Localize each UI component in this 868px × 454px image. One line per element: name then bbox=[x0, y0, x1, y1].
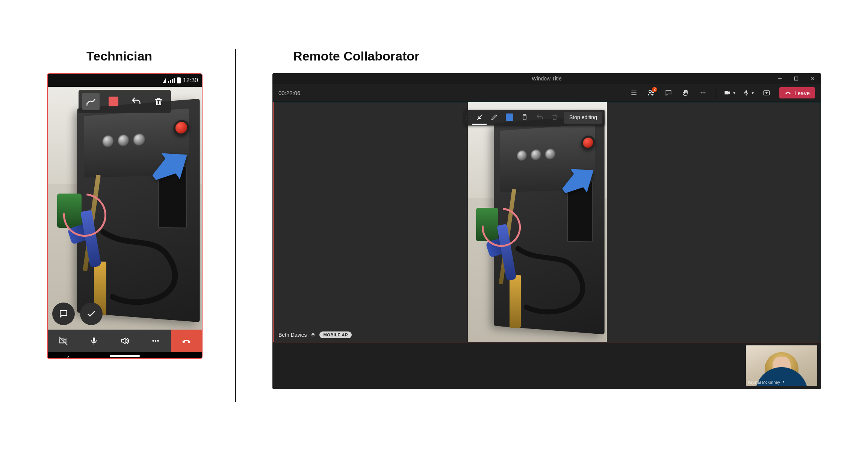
color-picker-button[interactable] bbox=[502, 110, 517, 125]
maximize-button[interactable] bbox=[788, 73, 804, 84]
mic-icon bbox=[782, 380, 785, 384]
people-badge: 2 bbox=[652, 87, 657, 92]
arrow-tool-button[interactable] bbox=[472, 110, 487, 125]
video-toggle-button[interactable] bbox=[48, 330, 79, 352]
battery-icon bbox=[177, 77, 181, 83]
self-video-pip[interactable]: Krystal McKinney bbox=[746, 345, 817, 386]
undo-icon bbox=[131, 96, 141, 107]
raise-hand-button[interactable] bbox=[679, 86, 693, 100]
delete-button[interactable] bbox=[150, 93, 167, 110]
chat-icon bbox=[59, 309, 68, 319]
chat-button[interactable] bbox=[662, 86, 675, 100]
more-actions-button[interactable] bbox=[696, 86, 710, 100]
color-swatch bbox=[506, 114, 513, 121]
undo-button[interactable] bbox=[127, 93, 145, 110]
leave-button[interactable]: Leave bbox=[779, 87, 815, 98]
camera-icon bbox=[724, 89, 731, 97]
mic-icon bbox=[89, 336, 98, 345]
confirm-fab[interactable] bbox=[80, 303, 103, 325]
participants-button[interactable] bbox=[627, 86, 641, 100]
camera-toggle-button[interactable]: ▼ bbox=[722, 86, 738, 100]
presenter-caption: Beth Davies MOBILE AR bbox=[278, 331, 352, 338]
fab-row bbox=[52, 303, 103, 325]
meeting-controls: 2 ▼ ▼ Le bbox=[627, 86, 815, 100]
wifi-icon bbox=[163, 78, 166, 83]
window-title: Window Title bbox=[532, 76, 561, 82]
speaker-icon bbox=[120, 336, 130, 346]
svg-rect-23 bbox=[783, 381, 784, 383]
svg-rect-2 bbox=[93, 337, 95, 342]
people-button[interactable]: 2 bbox=[644, 86, 658, 100]
meeting-stage: ⋮⋮ Stop editing Beth Davies MOBILE AR bbox=[272, 102, 821, 342]
minimize-button[interactable] bbox=[771, 73, 788, 84]
arrow-tool-icon bbox=[476, 114, 483, 121]
color-swatch-button[interactable] bbox=[105, 93, 122, 110]
trash-icon bbox=[551, 114, 558, 121]
pen-tool-button[interactable] bbox=[487, 110, 502, 125]
pen-icon bbox=[86, 96, 96, 107]
shared-remote-view[interactable] bbox=[468, 102, 607, 342]
mobile-ar-chip: MOBILE AR bbox=[319, 331, 352, 338]
svg-point-4 bbox=[155, 340, 156, 342]
svg-rect-7 bbox=[795, 77, 798, 80]
phone-camera-view[interactable] bbox=[48, 87, 202, 330]
svg-point-15 bbox=[705, 92, 706, 94]
svg-marker-18 bbox=[555, 159, 602, 203]
chat-fab[interactable] bbox=[52, 303, 75, 325]
svg-point-5 bbox=[157, 340, 159, 342]
maximize-icon bbox=[794, 76, 798, 81]
separator bbox=[716, 88, 716, 98]
svg-point-3 bbox=[152, 340, 154, 342]
android-navbar: ‹ bbox=[48, 352, 202, 359]
pen-tool-button[interactable] bbox=[82, 93, 100, 110]
presenter-name: Beth Davies bbox=[278, 332, 307, 338]
svg-point-11 bbox=[649, 90, 651, 92]
hangup-icon bbox=[785, 89, 791, 96]
camera-scene bbox=[48, 87, 202, 330]
svg-point-1 bbox=[86, 104, 88, 106]
phone-frame: 12:30 bbox=[47, 73, 203, 359]
pip-name: Krystal McKinney bbox=[748, 380, 780, 384]
mic-icon bbox=[743, 89, 750, 96]
desktop-window: Window Title 00:22:06 2 bbox=[272, 73, 821, 389]
leave-label: Leave bbox=[794, 90, 810, 96]
stop-editing-button[interactable]: Stop editing bbox=[564, 112, 602, 124]
speaker-button[interactable] bbox=[109, 330, 140, 352]
chevron-down-icon: ▼ bbox=[751, 91, 755, 95]
close-icon bbox=[811, 76, 815, 81]
mic-toggle-button[interactable]: ▼ bbox=[741, 86, 756, 100]
close-button[interactable] bbox=[804, 73, 821, 84]
color-swatch bbox=[109, 97, 118, 106]
svg-point-19 bbox=[477, 119, 478, 120]
window-titlebar[interactable]: Window Title bbox=[272, 73, 821, 84]
check-icon bbox=[86, 309, 97, 319]
chat-icon bbox=[665, 89, 672, 97]
participants-icon bbox=[630, 89, 638, 97]
video-off-icon bbox=[58, 336, 68, 346]
clipboard-icon bbox=[521, 114, 528, 121]
ellipsis-icon bbox=[699, 89, 707, 97]
annotation-arrow bbox=[151, 145, 191, 189]
share-button[interactable] bbox=[760, 86, 773, 100]
nav-back-icon[interactable]: ‹ bbox=[67, 353, 70, 359]
svg-point-14 bbox=[703, 92, 704, 94]
nav-home-pill[interactable] bbox=[110, 355, 140, 357]
remote-scene bbox=[468, 102, 607, 342]
hangup-button[interactable] bbox=[171, 330, 202, 352]
trash-icon bbox=[154, 97, 163, 106]
drag-handle-icon[interactable]: ⋮⋮ bbox=[466, 116, 472, 120]
more-button[interactable] bbox=[140, 330, 171, 352]
chevron-down-icon: ▼ bbox=[732, 91, 736, 95]
edit-toolbar[interactable]: ⋮⋮ Stop editing bbox=[464, 110, 605, 126]
pen-icon bbox=[491, 114, 498, 121]
divider bbox=[235, 49, 236, 402]
call-controls-bar bbox=[48, 330, 202, 352]
call-timer: 00:22:06 bbox=[278, 90, 300, 96]
window-controls bbox=[771, 73, 821, 84]
mic-toggle-button[interactable] bbox=[79, 330, 109, 352]
mic-icon bbox=[310, 332, 316, 337]
clipboard-button[interactable] bbox=[517, 110, 532, 125]
delete-button[interactable] bbox=[547, 110, 562, 125]
undo-button[interactable] bbox=[532, 110, 547, 125]
phone-statusbar: 12:30 bbox=[48, 74, 202, 87]
